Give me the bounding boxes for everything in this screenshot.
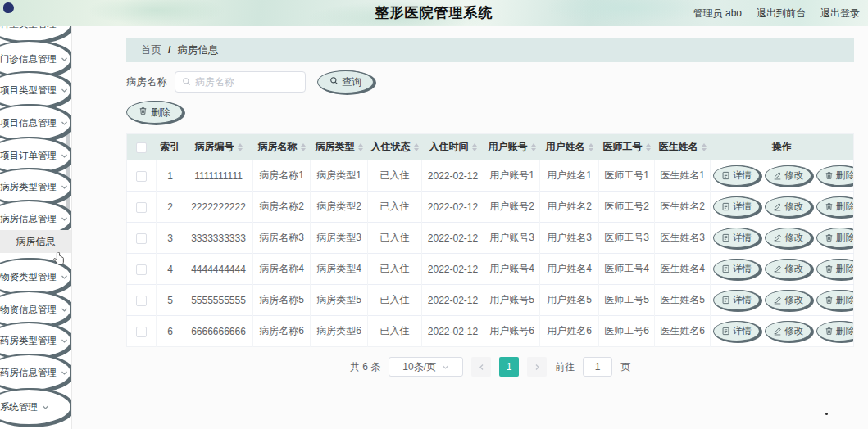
table-cell: 医师工号6	[599, 316, 655, 347]
table-cell: 医生姓名2	[655, 192, 711, 223]
sidebar-item[interactable]: 药房信息管理	[0, 354, 72, 391]
trash-icon	[825, 233, 834, 242]
sort-caret-icon[interactable]	[358, 143, 363, 151]
search-icon	[182, 75, 191, 89]
table-cell: 1111111111	[184, 160, 253, 192]
detail-button[interactable]: 详情	[713, 290, 760, 310]
page-size-select[interactable]: 10条/页	[389, 357, 463, 377]
delete-row-button[interactable]: 删除	[816, 165, 854, 186]
table-cell: 4	[157, 254, 184, 285]
query-button[interactable]: 查询	[317, 70, 374, 93]
sidebar-item-label: 门诊信息管理	[0, 53, 57, 65]
table-cell: 病房类型2	[311, 192, 368, 223]
search-field-label: 病房名称	[126, 75, 167, 89]
column-header[interactable]: 用户姓名	[540, 134, 599, 160]
row-checkbox[interactable]	[136, 327, 147, 337]
goto-page-input[interactable]	[583, 357, 612, 377]
column-header[interactable]: 医师工号	[599, 134, 655, 160]
next-page-button[interactable]	[527, 357, 547, 377]
table-cell: 2022-02-12	[422, 160, 484, 192]
detail-button[interactable]: 详情	[713, 259, 760, 279]
detail-button[interactable]: 详情	[713, 196, 760, 217]
edit-button[interactable]: 修改	[765, 321, 811, 341]
table-cell: 6	[157, 316, 184, 347]
table-cell: 2022-02-12	[422, 316, 484, 347]
breadcrumb-separator: /	[168, 44, 170, 56]
table-cell: 已入住	[368, 160, 422, 192]
table-cell: 用户账号6	[484, 316, 540, 347]
table-header-row: 索引病房编号病房名称病房类型入住状态入住时间用户账号用户姓名医师工号医生姓名操作	[127, 134, 854, 160]
column-header[interactable]: 用户账号	[484, 134, 540, 160]
row-checkbox[interactable]	[136, 296, 147, 306]
chevron-left-icon	[478, 361, 485, 373]
table-cell: 病房名称5	[253, 285, 311, 316]
sidebar-item[interactable]: 项目信息管理	[0, 104, 72, 142]
sort-caret-icon[interactable]	[646, 143, 651, 151]
chevron-down-icon	[61, 215, 68, 223]
chevron-down-icon	[442, 364, 449, 371]
table-cell: 2022-02-12	[422, 192, 484, 223]
row-checkbox[interactable]	[136, 202, 147, 213]
column-header[interactable]: 病房类型	[311, 134, 368, 160]
sidebar-item-label: 项目类型管理	[0, 84, 57, 97]
sidebar-submenu-item-active[interactable]: 病房信息	[0, 230, 71, 253]
sidebar-scrollbar[interactable]	[66, 117, 70, 215]
sort-caret-icon[interactable]	[301, 143, 306, 151]
row-checkbox[interactable]	[136, 264, 147, 275]
table-cell: 5	[157, 285, 184, 316]
edit-button[interactable]: 修改	[765, 165, 811, 186]
row-checkbox[interactable]	[136, 233, 147, 244]
delete-row-button[interactable]: 删除	[816, 228, 854, 248]
detail-button[interactable]: 详情	[713, 321, 760, 341]
delete-row-button[interactable]: 删除	[816, 321, 854, 341]
sort-caret-icon[interactable]	[414, 143, 419, 151]
search-input-wrap	[175, 71, 306, 93]
sort-caret-icon[interactable]	[589, 143, 593, 151]
table-cell: 用户账号1	[484, 160, 540, 192]
detail-button[interactable]: 详情	[713, 165, 760, 186]
sidebar-item[interactable]: 系统管理	[0, 388, 72, 426]
detail-button[interactable]: 详情	[713, 228, 760, 248]
edit-button[interactable]: 修改	[765, 228, 811, 248]
breadcrumb-home-link[interactable]: 首页	[141, 43, 161, 57]
batch-delete-button[interactable]: 删除	[126, 101, 183, 124]
chevron-right-icon	[534, 361, 541, 373]
logout-link[interactable]: 退出登录	[820, 7, 860, 20]
column-header[interactable]: 入住时间	[422, 134, 484, 160]
detail-icon	[721, 327, 730, 336]
trash-icon	[825, 171, 834, 180]
table-cell: 用户账号2	[484, 192, 540, 223]
prev-page-button[interactable]	[471, 357, 491, 377]
exit-to-front-link[interactable]: 退出到前台	[757, 7, 806, 20]
current-page-button[interactable]: 1	[499, 357, 519, 377]
column-header[interactable]: 医生姓名	[655, 134, 711, 160]
column-header[interactable]: 病房名称	[253, 134, 311, 160]
table-cell: 医生姓名6	[655, 316, 711, 347]
table-cell: 2022-02-12	[422, 285, 484, 316]
sort-caret-icon[interactable]	[238, 143, 243, 151]
delete-row-button[interactable]: 删除	[816, 259, 854, 279]
goto-label: 前往	[555, 360, 575, 374]
edit-button[interactable]: 修改	[765, 259, 811, 279]
row-checkbox[interactable]	[136, 171, 147, 182]
edit-button[interactable]: 修改	[765, 196, 811, 217]
delete-row-button[interactable]: 删除	[816, 196, 854, 217]
delete-row-button[interactable]: 删除	[816, 290, 854, 310]
search-input[interactable]	[195, 76, 298, 88]
admin-user-menu[interactable]: 管理员 abo	[693, 7, 742, 20]
table-cell: 医师工号2	[599, 192, 655, 223]
table-cell: 1	[157, 160, 184, 192]
sidebar-item[interactable]: 项目类型管理	[0, 71, 72, 109]
chevron-down-icon	[42, 404, 49, 411]
table-cell: 用户姓名2	[540, 192, 599, 223]
sort-caret-icon[interactable]	[531, 143, 536, 151]
column-header[interactable]: 病房编号	[184, 134, 253, 160]
search-icon	[329, 76, 339, 88]
edit-button[interactable]: 修改	[765, 290, 811, 310]
trash-icon	[825, 327, 834, 336]
select-all-checkbox[interactable]	[136, 142, 147, 153]
column-header[interactable]: 入住状态	[368, 134, 422, 160]
pagination: 共 6 条 10条/页 1 前往 页	[126, 357, 854, 377]
sort-caret-icon[interactable]	[702, 143, 707, 151]
sort-caret-icon[interactable]	[472, 143, 477, 151]
